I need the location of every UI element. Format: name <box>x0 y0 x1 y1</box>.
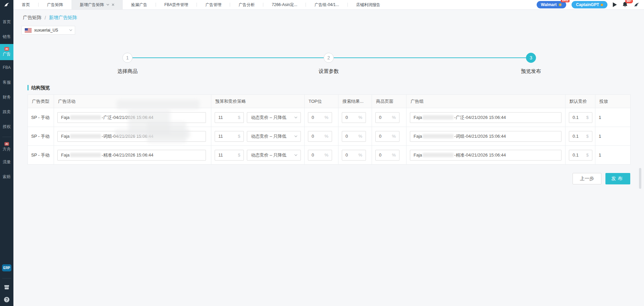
support-icon[interactable] <box>4 297 10 303</box>
default-bid-input[interactable]: $ <box>569 131 592 142</box>
scrollbar-thumb[interactable] <box>639 168 641 189</box>
campaign-name-input[interactable]: Faja-精准-04/21/2026 15:06:44 <box>57 150 206 161</box>
brand-logo-icon[interactable] <box>633 1 640 8</box>
tab-ad-analysis[interactable]: 广告分析 <box>230 0 263 9</box>
top-placement-input[interactable]: % <box>308 150 332 161</box>
default-bid-input[interactable]: $ <box>569 150 592 161</box>
group-prefix: Faja <box>414 134 422 139</box>
tab-store-profit-report[interactable]: 店铺利润报告 <box>348 0 389 9</box>
budget-input[interactable]: $ <box>215 112 244 123</box>
tab-fba-shipment[interactable]: FBA货件管理 <box>156 0 197 9</box>
product-page-field[interactable] <box>379 134 390 139</box>
ad-group-name-input[interactable]: Faja-精准-04/21/2026 15:06:44 <box>410 150 561 161</box>
search-results-field[interactable] <box>345 115 356 120</box>
captaingpt-button[interactable]: CaptainGPT <box>572 1 607 8</box>
chevron-down-icon[interactable] <box>106 4 109 6</box>
tab-home[interactable]: 首页 <box>13 0 38 9</box>
product-page-input[interactable]: % <box>375 131 399 142</box>
top-placement-field[interactable] <box>312 152 322 158</box>
close-icon[interactable] <box>112 3 114 6</box>
search-results-input[interactable]: % <box>342 150 366 161</box>
tab-ad-group[interactable]: 广告组-04/1... <box>306 0 347 9</box>
top-placement-input[interactable]: % <box>308 131 332 142</box>
bid-strategy-select[interactable]: 动态竞价 – 只降低 <box>247 150 301 161</box>
store-selector-value: xuxuerlai_US <box>34 28 58 33</box>
sidebar-item-label: 首页 <box>3 19 11 25</box>
play-icon[interactable] <box>613 2 617 7</box>
search-results-input[interactable]: % <box>342 112 366 123</box>
percent-suffix: % <box>358 115 362 120</box>
currency-suffix: $ <box>238 134 240 139</box>
top-placement-input[interactable]: % <box>308 112 332 123</box>
tab-ad-matrix[interactable]: 广告矩阵 <box>39 0 71 9</box>
ad-type-value: SP - 手动 <box>31 134 50 139</box>
campaign-prefix: Faja <box>61 152 69 158</box>
budget-field[interactable] <box>218 134 236 139</box>
ai-badge: AI <box>4 142 9 146</box>
publish-button[interactable]: 发布 <box>605 173 630 184</box>
sidebar-item-claims[interactable]: 索赔 <box>0 169 13 184</box>
sidebar-item-authorization[interactable]: 授权 <box>0 119 13 134</box>
breadcrumb-parent[interactable]: 广告矩阵 <box>23 15 42 21</box>
campaign-name-input[interactable]: Faja-词组-04/21/2026 15:06:44 <box>57 131 206 142</box>
budget-input[interactable]: $ <box>215 150 244 161</box>
chevron-down-icon <box>294 153 298 156</box>
bid-strategy-select[interactable]: 动态竞价 – 只降低 <box>247 112 301 123</box>
store-selector[interactable]: xuxuerlai_US <box>21 26 75 35</box>
product-page-input[interactable]: % <box>375 150 399 161</box>
search-results-field[interactable] <box>345 134 356 139</box>
group-prefix: Faja <box>414 152 422 158</box>
sidebar-item-fba[interactable]: FBA <box>0 60 13 75</box>
product-page-input[interactable]: % <box>375 112 399 123</box>
default-bid-field[interactable] <box>573 152 584 158</box>
redacted-text <box>70 134 101 138</box>
breadcrumb-current: 新增广告矩阵 <box>49 15 77 21</box>
sidebar-item-traffic[interactable]: 流量 <box>0 155 13 169</box>
storefront-icon[interactable] <box>4 285 10 290</box>
sidebar-item-service[interactable]: 客服 <box>0 75 13 90</box>
default-bid-input[interactable]: $ <box>569 112 592 123</box>
search-results-input[interactable]: % <box>342 131 366 142</box>
sidebar-item-home[interactable]: 首页 <box>0 14 13 29</box>
col-ad-group: 广告组 <box>407 95 566 108</box>
app-logo[interactable] <box>0 0 13 10</box>
group-suffix: -精准-04/21/2026 15:06:44 <box>454 152 506 158</box>
walmart-button[interactable]: Walmart ✳ Beta <box>537 1 567 8</box>
ad-group-name-input[interactable]: Faja-词组-04/21/2026 15:06:44 <box>410 131 561 142</box>
notifications-button[interactable]: 99+ <box>622 2 628 8</box>
top-placement-field[interactable] <box>312 115 322 120</box>
sidebar-item-ads[interactable]: AI 广告 <box>0 44 13 60</box>
previous-step-button[interactable]: 上一步 <box>573 173 601 184</box>
tab-label: 7266-Asin定... <box>272 2 297 8</box>
step-wizard: 1 2 3 选择商品 设置参数 预览发布 <box>13 53 644 78</box>
group-prefix: Faja <box>414 115 422 120</box>
top-placement-field[interactable] <box>312 134 322 139</box>
tab-ad-management[interactable]: 广告管理 <box>197 0 230 9</box>
sidebar-item-follow-sell[interactable]: 跟卖 <box>0 104 13 119</box>
col-campaign: 广告活动 <box>54 95 211 108</box>
erp-button[interactable]: ERP <box>2 264 12 271</box>
table-row: SP - 手动 Faja-精准-04/21/2026 15:06:44 $ 动态… <box>28 146 631 165</box>
search-results-field[interactable] <box>345 152 356 158</box>
sidebar-item-sales[interactable]: 销售 <box>0 29 13 44</box>
default-bid-field[interactable] <box>573 115 584 120</box>
tab-asin-targeting[interactable]: 7266-Asin定... <box>263 0 306 9</box>
ad-group-name-input[interactable]: Faja-广泛-04/21/2026 15:06:44 <box>410 112 561 123</box>
group-suffix: -词组-04/21/2026 15:06:44 <box>454 133 506 139</box>
tab-leak-ads[interactable]: 捡漏广告 <box>123 0 156 9</box>
bid-strategy-select[interactable]: 动态竞价 – 只降低 <box>247 131 301 142</box>
product-page-field[interactable] <box>379 115 390 120</box>
budget-input[interactable]: $ <box>215 131 244 142</box>
step-2-circle: 2 <box>324 53 334 63</box>
currency-suffix: $ <box>586 134 589 139</box>
budget-field[interactable] <box>218 115 236 120</box>
default-bid-field[interactable] <box>573 134 584 139</box>
sidebar-item-ark[interactable]: AI 方舟 <box>0 140 13 155</box>
product-page-field[interactable] <box>379 152 390 158</box>
sidebar-item-finance[interactable]: 财务 <box>0 90 13 104</box>
campaign-name-input[interactable]: Faja-广泛-04/21/2026 15:06:44 <box>57 112 206 123</box>
main-content: 广告矩阵 / 新增广告矩阵 xuxuerlai_US 1 2 3 选择商品 设置… <box>13 10 644 306</box>
budget-field[interactable] <box>218 152 236 158</box>
tab-new-ad-matrix[interactable]: 新增广告矩阵 <box>71 0 123 9</box>
tab-label: 广告管理 <box>205 2 221 8</box>
